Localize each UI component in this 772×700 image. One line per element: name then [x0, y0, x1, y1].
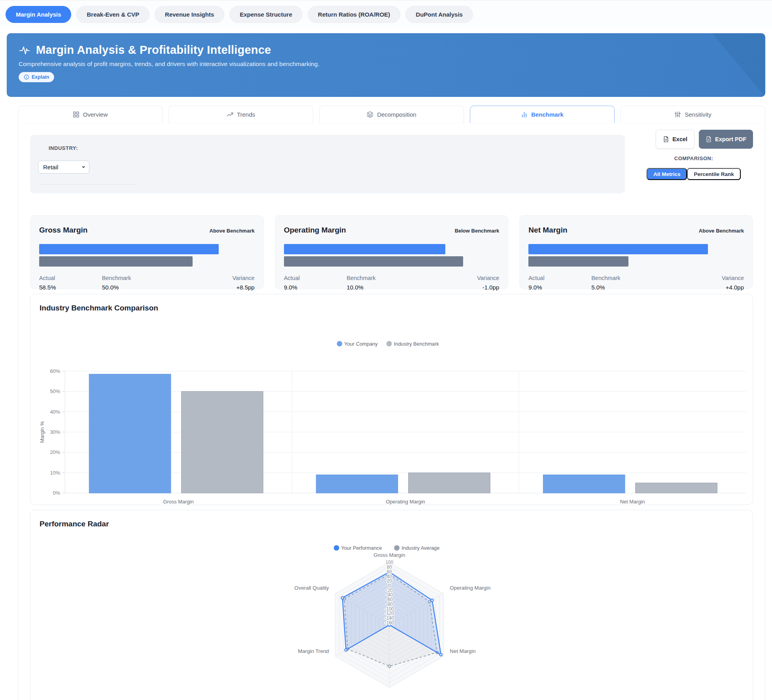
- radar-point[interactable]: [341, 597, 344, 599]
- metric-card-head: Gross MarginAbove Benchmark: [39, 226, 255, 235]
- export-pdf-label: Export PDF: [715, 136, 746, 142]
- legend-swatch: [334, 545, 339, 551]
- legend-item-industry-average[interactable]: Industry Average: [394, 545, 439, 551]
- legend-label: Industry Average: [401, 545, 439, 551]
- module-pill-3[interactable]: Expense Structure: [229, 6, 303, 23]
- actual-stat: Actual9.0%: [284, 275, 347, 291]
- status-badge: Above Benchmark: [210, 228, 255, 234]
- toggle-percentile-rank[interactable]: Percentile Rank: [687, 168, 740, 180]
- y-tick-label: 20%: [50, 449, 60, 455]
- radar-axis-label: Overall Quality: [294, 585, 329, 591]
- legend-label: Industry Benchmark: [394, 341, 439, 347]
- module-pill-2[interactable]: Revenue Insights: [155, 6, 224, 23]
- excel-button[interactable]: Excel: [656, 130, 694, 149]
- legend-item-your-performance[interactable]: Your Performance: [334, 545, 382, 551]
- explain-label: Explain: [32, 74, 49, 80]
- benchmark-stat: Benchmark5.0%: [591, 275, 684, 291]
- benchmark-comparison-card: Industry Benchmark Comparison 0%10%20%30…: [30, 294, 753, 505]
- filter-divider: [39, 184, 138, 185]
- variance-label: Variance: [195, 275, 254, 281]
- y-tick-label: 0%: [53, 490, 61, 496]
- status-badge: Below Benchmark: [455, 228, 500, 234]
- variance-stat: Variance+4.0pp: [684, 275, 744, 291]
- toggle-all-metrics[interactable]: All Metrics: [647, 168, 687, 180]
- tab-trends[interactable]: Trends: [168, 106, 313, 123]
- industry-select[interactable]: Retail: [38, 161, 89, 174]
- file-icon: [706, 136, 712, 142]
- actual-bar: [284, 244, 446, 254]
- benchmark-bar: [39, 256, 193, 267]
- module-pills-nav: Margin AnalysisBreak-Even & CVPRevenue I…: [0, 0, 772, 28]
- tab-decomposition[interactable]: Decomposition: [319, 106, 464, 123]
- actual-label: Actual: [39, 275, 102, 281]
- legend-swatch: [337, 341, 342, 346]
- radar-point[interactable]: [431, 599, 433, 602]
- explain-button[interactable]: Explain: [19, 72, 54, 82]
- module-pill-0[interactable]: Margin Analysis: [6, 6, 71, 23]
- comparison-label: COMPARISON:: [674, 155, 713, 161]
- radar-tick-label: -160: [385, 620, 394, 626]
- variance-label: Variance: [684, 275, 744, 281]
- benchmark-value: 50.0%: [102, 284, 195, 291]
- benchmark-label: Benchmark: [102, 275, 195, 281]
- variance-value: +4.0pp: [684, 284, 744, 291]
- tab-label: Sensitivity: [685, 111, 711, 118]
- controls-section: INDUSTRY: Retail ⌄ Excel: [30, 135, 753, 193]
- radar-point[interactable]: [440, 654, 442, 656]
- module-pill-5[interactable]: DuPont Analysis: [405, 6, 473, 23]
- tab-label: Benchmark: [531, 111, 564, 118]
- layers-icon: [367, 111, 373, 118]
- bar-industry-benchmark[interactable]: [182, 392, 263, 493]
- tab-benchmark[interactable]: Benchmark: [470, 106, 615, 123]
- export-pdf-button[interactable]: Export PDF: [699, 130, 753, 149]
- legend-item-industry-benchmark[interactable]: Industry Benchmark: [386, 341, 439, 347]
- benchmark-label: Benchmark: [347, 275, 440, 281]
- benchmark-value: 10.0%: [347, 284, 440, 291]
- legend-swatch: [394, 545, 399, 551]
- metric-card-title: Net Margin: [528, 226, 567, 235]
- page-subtitle: Comprehensive analysis of profit margins…: [19, 61, 753, 68]
- actual-label: Actual: [284, 275, 347, 281]
- radar-axis-label: Net Margin: [450, 649, 475, 655]
- actual-value: 58.5%: [39, 284, 102, 291]
- tab-label: Trends: [237, 111, 255, 118]
- bar-industry-benchmark[interactable]: [636, 483, 717, 493]
- performance-radar-chart: 100806040200-20-40-60-80-100-120-140-160…: [30, 528, 753, 700]
- tab-overview[interactable]: Overview: [18, 106, 163, 123]
- metric-card-title: Operating Margin: [284, 226, 346, 235]
- bar-your-company[interactable]: [543, 475, 625, 493]
- sliders-icon: [674, 111, 681, 118]
- page-title: Margin Analysis & Profitability Intellig…: [36, 44, 271, 57]
- pulse-icon: [19, 44, 30, 56]
- grid-icon: [73, 111, 79, 118]
- benchmark-bar-chart: 0%10%20%30%40%50%60%Gross MarginOperatin…: [30, 312, 753, 505]
- radar-point[interactable]: [345, 649, 347, 651]
- x-category-label: Gross Margin: [163, 499, 194, 505]
- metric-card-head: Net MarginAbove Benchmark: [528, 226, 744, 235]
- variance-stat: Variance+8.5pp: [195, 275, 254, 291]
- actual-stat: Actual9.0%: [528, 275, 591, 291]
- info-icon: [24, 74, 29, 80]
- benchmark-bar: [528, 256, 628, 267]
- radar-point[interactable]: [388, 665, 390, 668]
- industry-filter-panel: INDUSTRY: Retail ⌄: [30, 135, 625, 193]
- y-axis-title: Margin %: [39, 421, 45, 443]
- bar-your-company[interactable]: [316, 475, 398, 493]
- module-pill-4[interactable]: Return Ratios (ROA/ROE): [308, 6, 401, 23]
- bar-industry-benchmark[interactable]: [409, 473, 490, 493]
- benchmark-bar: [284, 256, 464, 267]
- tab-sensitivity[interactable]: Sensitivity: [621, 106, 765, 123]
- y-tick-label: 50%: [50, 388, 60, 394]
- legend-label: Your Company: [344, 341, 378, 347]
- bar-your-company[interactable]: [89, 374, 171, 493]
- y-tick-label: 30%: [50, 429, 60, 435]
- metric-card-stats: Actual9.0%Benchmark10.0%Variance-1.0pp: [284, 275, 500, 291]
- module-pill-1[interactable]: Break-Even & CVP: [76, 6, 149, 23]
- metric-card-1: Operating MarginBelow BenchmarkActual9.0…: [275, 215, 509, 289]
- benchmark-panel: INDUSTRY: Retail ⌄ Excel: [18, 123, 765, 700]
- bars-icon: [521, 111, 528, 118]
- excel-label: Excel: [672, 136, 687, 142]
- view-tabs: OverviewTrendsDecompositionBenchmarkSens…: [18, 106, 765, 123]
- legend-item-your-company[interactable]: Your Company: [337, 341, 378, 347]
- metric-card-title: Gross Margin: [39, 226, 87, 235]
